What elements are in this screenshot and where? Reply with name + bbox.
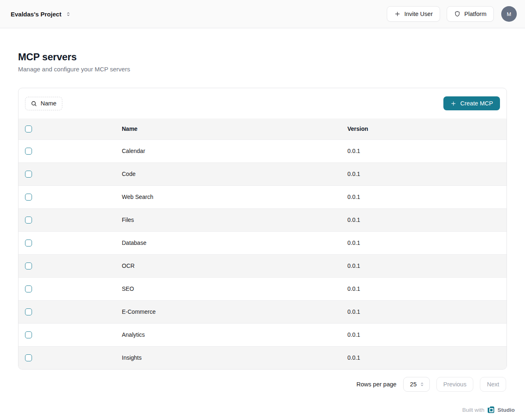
server-name: Code bbox=[122, 162, 347, 185]
shield-icon bbox=[454, 11, 461, 17]
server-version: 0.0.1 bbox=[347, 300, 507, 323]
page-head: MCP servers Manage and configure your MC… bbox=[18, 28, 507, 73]
row-checkbox[interactable] bbox=[25, 171, 32, 178]
plus-icon bbox=[450, 100, 457, 107]
server-name: Files bbox=[122, 208, 347, 231]
page-title: MCP servers bbox=[18, 51, 507, 63]
invite-user-label: Invite User bbox=[404, 11, 433, 17]
server-version: 0.0.1 bbox=[347, 185, 507, 208]
server-version: 0.0.1 bbox=[347, 323, 507, 346]
row-checkbox[interactable] bbox=[25, 262, 32, 269]
server-version: 0.0.1 bbox=[347, 208, 507, 231]
row-checkbox[interactable] bbox=[25, 148, 32, 155]
avatar-initial: M bbox=[507, 11, 511, 17]
project-name: Evaldas's Project bbox=[11, 11, 62, 18]
table-row: E-Commerce0.0.1 bbox=[18, 300, 507, 323]
rows-per-page-value: 25 bbox=[410, 381, 417, 388]
mcp-servers-table: Name Version Calendar0.0.1Code0.0.1Web S… bbox=[18, 119, 507, 369]
server-name: E-Commerce bbox=[122, 300, 347, 323]
user-avatar[interactable]: M bbox=[501, 6, 517, 22]
select-all-checkbox[interactable] bbox=[25, 126, 32, 132]
table-row: Web Search0.0.1 bbox=[18, 185, 507, 208]
row-checkbox[interactable] bbox=[25, 308, 32, 315]
main-content: MCP servers Manage and configure your MC… bbox=[0, 28, 525, 392]
server-name: OCR bbox=[122, 254, 347, 277]
row-checkbox[interactable] bbox=[25, 354, 32, 361]
built-with-label: Built with bbox=[462, 407, 484, 413]
table-row: SEO0.0.1 bbox=[18, 277, 507, 300]
server-name: Analytics bbox=[122, 323, 347, 346]
name-filter-label: Name bbox=[41, 100, 57, 107]
top-bar: Evaldas's Project Invite User Platform M bbox=[0, 0, 525, 28]
studio-logo-icon bbox=[488, 406, 494, 413]
chevrons-up-down-icon bbox=[420, 382, 425, 387]
studio-brand-label: Studio bbox=[498, 407, 515, 413]
server-version: 0.0.1 bbox=[347, 162, 507, 185]
mcp-servers-card: Name Create MCP Name Version Calendar0.0… bbox=[18, 88, 507, 370]
rows-per-page-select[interactable]: 25 bbox=[403, 377, 430, 392]
column-header-version: Version bbox=[347, 119, 507, 139]
invite-user-button[interactable]: Invite User bbox=[387, 6, 440, 22]
server-version: 0.0.1 bbox=[347, 139, 507, 162]
table-toolbar: Name Create MCP bbox=[18, 88, 507, 119]
pagination-bar: Rows per page 25 Previous Next bbox=[18, 377, 507, 392]
previous-page-button[interactable]: Previous bbox=[436, 377, 473, 392]
row-checkbox[interactable] bbox=[25, 194, 32, 201]
server-name: Calendar bbox=[122, 139, 347, 162]
table-row: Analytics0.0.1 bbox=[18, 323, 507, 346]
row-checkbox[interactable] bbox=[25, 217, 32, 224]
table-row: Code0.0.1 bbox=[18, 162, 507, 185]
table-row: Calendar0.0.1 bbox=[18, 139, 507, 162]
create-mcp-label: Create MCP bbox=[460, 100, 493, 107]
table-row: Insights0.0.1 bbox=[18, 346, 507, 369]
server-name: SEO bbox=[122, 277, 347, 300]
page-subtitle: Manage and configure your MCP servers bbox=[18, 66, 507, 73]
table-header-row: Name Version bbox=[18, 119, 507, 139]
server-name: Database bbox=[122, 231, 347, 254]
platform-label: Platform bbox=[464, 11, 486, 17]
server-version: 0.0.1 bbox=[347, 231, 507, 254]
plus-icon bbox=[394, 11, 401, 17]
table-row: Database0.0.1 bbox=[18, 231, 507, 254]
topbar-actions: Invite User Platform M bbox=[387, 6, 517, 22]
chevrons-up-down-icon bbox=[66, 11, 71, 17]
server-version: 0.0.1 bbox=[347, 277, 507, 300]
server-version: 0.0.1 bbox=[347, 346, 507, 369]
next-page-button[interactable]: Next bbox=[480, 377, 506, 392]
table-row: OCR0.0.1 bbox=[18, 254, 507, 277]
column-header-name: Name bbox=[122, 119, 347, 139]
rows-per-page-label: Rows per page bbox=[356, 381, 397, 388]
create-mcp-button[interactable]: Create MCP bbox=[443, 96, 500, 110]
row-checkbox[interactable] bbox=[25, 285, 32, 292]
server-version: 0.0.1 bbox=[347, 254, 507, 277]
name-filter-button[interactable]: Name bbox=[25, 97, 62, 110]
platform-button[interactable]: Platform bbox=[447, 6, 494, 22]
server-name: Insights bbox=[122, 346, 347, 369]
row-checkbox[interactable] bbox=[25, 331, 32, 338]
row-checkbox[interactable] bbox=[25, 240, 32, 247]
search-icon bbox=[31, 100, 37, 107]
project-switcher[interactable]: Evaldas's Project bbox=[11, 11, 71, 18]
built-with-badge[interactable]: Built with Studio bbox=[462, 406, 515, 413]
server-name: Web Search bbox=[122, 185, 347, 208]
table-row: Files0.0.1 bbox=[18, 208, 507, 231]
